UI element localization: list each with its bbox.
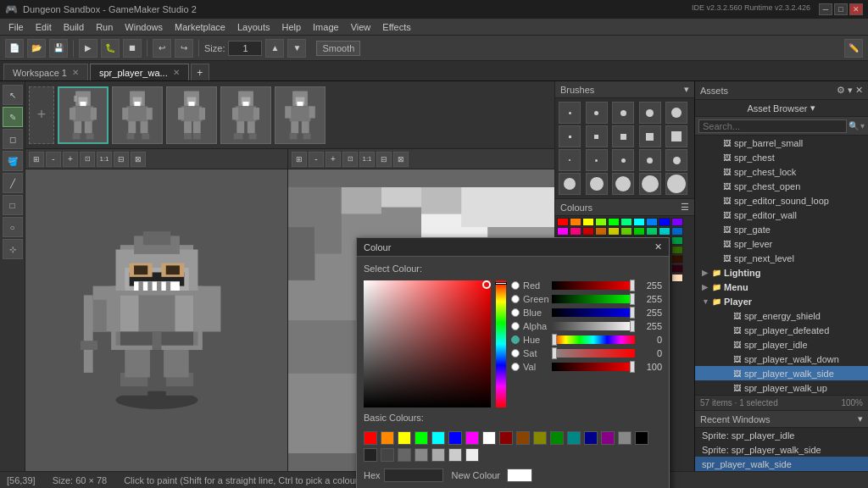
asset-item-spr_energy_shield[interactable]: 🖼spr_energy_shield bbox=[695, 308, 868, 323]
colour-cell[interactable] bbox=[620, 218, 632, 226]
basic-colour-cell[interactable] bbox=[364, 431, 377, 445]
colour-cell[interactable] bbox=[582, 218, 594, 226]
basic-colour-cell[interactable] bbox=[431, 448, 445, 462]
tab-workspace[interactable]: Workspace 1 ✕ bbox=[3, 64, 88, 80]
colour-cell[interactable] bbox=[608, 227, 620, 236]
add-frame-btn[interactable]: + bbox=[29, 86, 54, 144]
frame-thumb-4[interactable] bbox=[220, 86, 271, 144]
tab-sprite-close[interactable]: ✕ bbox=[173, 68, 180, 77]
menu-layouts[interactable]: Layouts bbox=[232, 21, 275, 33]
zoom-in-left[interactable]: + bbox=[63, 152, 78, 167]
sat-slider[interactable] bbox=[552, 349, 635, 358]
play-btn[interactable]: ▶ bbox=[79, 39, 97, 58]
red-radio[interactable] bbox=[511, 281, 520, 290]
asset-item-spr_player_idle[interactable]: 🖼spr_player_idle bbox=[695, 337, 868, 352]
fill-tool[interactable]: 🪣 bbox=[3, 151, 23, 171]
asset-item-spr_barrel_small[interactable]: 🖼spr_barrel_small bbox=[695, 136, 868, 150]
asset-item-spr_editor_sound_loop[interactable]: 🖼spr_editor_sound_loop bbox=[695, 193, 868, 208]
basic-colour-cell[interactable] bbox=[533, 431, 547, 445]
zoom-in-right[interactable]: + bbox=[326, 152, 341, 167]
zoom-out-left[interactable]: - bbox=[46, 152, 61, 167]
undo-btn[interactable]: ↩ bbox=[153, 39, 171, 58]
brush-5[interactable] bbox=[665, 102, 687, 124]
brush-14[interactable] bbox=[639, 149, 661, 171]
asset-search-input[interactable] bbox=[698, 119, 847, 133]
asset-item-spr_gate[interactable]: 🖼spr_gate bbox=[695, 222, 868, 236]
brushes-menu-icon[interactable]: ▾ bbox=[684, 84, 689, 95]
red-slider[interactable] bbox=[552, 281, 635, 290]
split-view-left[interactable]: ⊟ bbox=[114, 152, 129, 167]
grid-toggle-right[interactable]: ⊞ bbox=[292, 152, 307, 167]
tab-workspace-close[interactable]: ✕ bbox=[72, 68, 79, 77]
frame-thumb-3[interactable] bbox=[166, 86, 217, 144]
basic-colour-cell[interactable] bbox=[465, 448, 479, 462]
colour-cell[interactable] bbox=[659, 227, 670, 236]
size-up-btn[interactable]: ▲ bbox=[265, 39, 284, 58]
colours-menu-icon[interactable]: ☰ bbox=[681, 202, 689, 213]
basic-colour-cell[interactable] bbox=[381, 431, 394, 445]
asset-item-spr_chest_lock[interactable]: 🖼spr_chest_lock bbox=[695, 164, 868, 179]
new-btn[interactable]: 📄 bbox=[5, 39, 24, 58]
asset-filter-btn[interactable]: ▾ bbox=[860, 121, 865, 130]
hue-slider-horiz[interactable] bbox=[552, 336, 635, 344]
brush-tool[interactable]: ✎ bbox=[3, 107, 23, 127]
colour-cell[interactable] bbox=[646, 218, 658, 226]
hue-radio[interactable] bbox=[511, 336, 520, 344]
frame-thumb-5[interactable] bbox=[275, 86, 326, 144]
colour-cell[interactable] bbox=[671, 264, 683, 273]
hex-input[interactable]: FFFFFF bbox=[384, 469, 443, 482]
colour-cell[interactable] bbox=[671, 255, 683, 263]
circle-tool[interactable]: ○ bbox=[3, 217, 23, 237]
colour-cell[interactable] bbox=[570, 227, 581, 236]
basic-colour-cell[interactable] bbox=[482, 431, 496, 445]
green-radio[interactable] bbox=[511, 295, 520, 303]
brush-12[interactable] bbox=[586, 149, 608, 171]
colour-cell[interactable] bbox=[671, 246, 683, 254]
colour-cell[interactable] bbox=[557, 227, 569, 236]
line-tool[interactable]: ╱ bbox=[3, 173, 23, 193]
menu-build[interactable]: Build bbox=[58, 21, 89, 33]
basic-colour-cell[interactable] bbox=[364, 448, 377, 462]
alpha-radio[interactable] bbox=[511, 322, 520, 330]
brush-4[interactable] bbox=[639, 102, 661, 124]
basic-colour-cell[interactable] bbox=[448, 431, 462, 445]
asset-item-spr_next_level[interactable]: 🖼spr_next_level bbox=[695, 251, 868, 265]
panel-toggle-right[interactable]: ⊠ bbox=[393, 152, 409, 167]
pencil-tool-icon[interactable]: ✏️ bbox=[844, 39, 863, 58]
zoom-100-right[interactable]: 1:1 bbox=[359, 152, 375, 167]
basic-colour-cell[interactable] bbox=[618, 431, 632, 445]
basic-colour-cell[interactable] bbox=[415, 448, 428, 462]
asset-browser-dropdown[interactable]: ▾ bbox=[810, 103, 815, 114]
colour-cell[interactable] bbox=[671, 218, 683, 226]
asset-item-spr_editor_wall[interactable]: 🖼spr_editor_wall bbox=[695, 208, 868, 222]
blue-slider[interactable] bbox=[552, 308, 635, 317]
eraser-tool[interactable]: ◻ bbox=[3, 129, 23, 149]
size-down-btn[interactable]: ▼ bbox=[287, 39, 306, 58]
colour-cell[interactable] bbox=[646, 227, 658, 236]
select-tool[interactable]: ⊹ bbox=[3, 239, 23, 259]
val-radio[interactable] bbox=[511, 363, 520, 371]
zoom-reset-left[interactable]: 1:1 bbox=[97, 152, 112, 167]
brush-18[interactable] bbox=[612, 173, 634, 195]
title-bar-controls[interactable]: IDE v2.3.2.560 Runtime v2.3.2.426 ─ □ ✕ bbox=[692, 3, 863, 15]
basic-colour-cell[interactable] bbox=[584, 431, 598, 445]
brush-3[interactable] bbox=[612, 102, 634, 124]
brush-20[interactable] bbox=[665, 173, 687, 195]
basic-colour-cell[interactable] bbox=[431, 431, 445, 445]
asset-filter-icon[interactable]: ▾ bbox=[848, 85, 853, 96]
maximize-button[interactable]: □ bbox=[834, 3, 848, 15]
brush-10[interactable] bbox=[665, 125, 687, 147]
minimize-button[interactable]: ─ bbox=[819, 3, 832, 15]
brush-2[interactable] bbox=[586, 102, 608, 124]
sprite-preview-view[interactable] bbox=[25, 169, 287, 471]
save-btn[interactable]: 💾 bbox=[49, 39, 68, 58]
menu-effects[interactable]: Effects bbox=[377, 21, 415, 33]
recent-window-item[interactable]: spr_player_walk_side bbox=[695, 457, 868, 471]
menu-run[interactable]: Run bbox=[91, 21, 118, 33]
basic-colour-cell[interactable] bbox=[550, 431, 564, 445]
frame-thumb-2[interactable] bbox=[112, 86, 163, 144]
val-slider[interactable] bbox=[552, 363, 635, 371]
asset-folder-lighting[interactable]: ▶📁Lighting bbox=[695, 265, 868, 280]
colour-cell[interactable] bbox=[671, 227, 683, 236]
zoom-fit-left[interactable]: ⊡ bbox=[80, 152, 95, 167]
